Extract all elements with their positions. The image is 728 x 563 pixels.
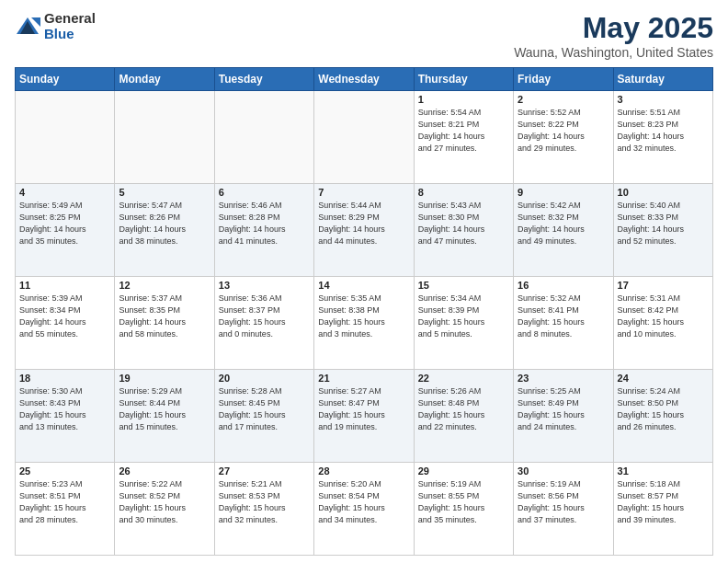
logo-text: General Blue — [44, 11, 96, 41]
day-number: 25 — [19, 465, 110, 477]
day-number: 20 — [219, 373, 310, 384]
day-info: Sunrise: 5:49 AM Sunset: 8:25 PM Dayligh… — [19, 200, 110, 247]
day-number: 23 — [518, 373, 609, 384]
title-block: May 2025 Wauna, Washington, United State… — [514, 11, 713, 60]
col-sunday: Sunday — [16, 68, 115, 91]
day-info: Sunrise: 5:24 AM Sunset: 8:50 PM Dayligh… — [618, 385, 709, 433]
table-row: 7Sunrise: 5:44 AM Sunset: 8:29 PM Daylig… — [314, 184, 414, 277]
table-row — [214, 91, 313, 184]
day-number: 26 — [119, 465, 210, 477]
logo-general-text: General — [44, 11, 96, 27]
day-info: Sunrise: 5:28 AM Sunset: 8:45 PM Dayligh… — [219, 385, 310, 433]
table-row: 30Sunrise: 5:19 AM Sunset: 8:56 PM Dayli… — [514, 463, 613, 556]
day-info: Sunrise: 5:19 AM Sunset: 8:55 PM Dayligh… — [418, 478, 509, 526]
col-wednesday: Wednesday — [314, 68, 414, 91]
table-row: 20Sunrise: 5:28 AM Sunset: 8:45 PM Dayli… — [214, 370, 313, 463]
day-info: Sunrise: 5:46 AM Sunset: 8:28 PM Dayligh… — [219, 200, 310, 247]
day-info: Sunrise: 5:42 AM Sunset: 8:32 PM Dayligh… — [518, 200, 609, 247]
day-info: Sunrise: 5:35 AM Sunset: 8:38 PM Dayligh… — [318, 293, 409, 340]
logo-blue-text: Blue — [44, 27, 96, 42]
table-row: 31Sunrise: 5:18 AM Sunset: 8:57 PM Dayli… — [613, 463, 712, 556]
main-title: May 2025 — [514, 11, 713, 45]
table-row: 18Sunrise: 5:30 AM Sunset: 8:43 PM Dayli… — [16, 370, 115, 463]
day-info: Sunrise: 5:25 AM Sunset: 8:49 PM Dayligh… — [518, 385, 609, 433]
day-info: Sunrise: 5:34 AM Sunset: 8:39 PM Dayligh… — [418, 293, 509, 340]
table-row: 3Sunrise: 5:51 AM Sunset: 8:23 PM Daylig… — [613, 91, 712, 184]
day-info: Sunrise: 5:52 AM Sunset: 8:22 PM Dayligh… — [518, 107, 609, 155]
table-row: 5Sunrise: 5:47 AM Sunset: 8:26 PM Daylig… — [115, 184, 214, 277]
day-number: 15 — [418, 280, 509, 291]
day-info: Sunrise: 5:18 AM Sunset: 8:57 PM Dayligh… — [618, 478, 709, 526]
table-row: 23Sunrise: 5:25 AM Sunset: 8:49 PM Dayli… — [514, 370, 613, 463]
table-row: 19Sunrise: 5:29 AM Sunset: 8:44 PM Dayli… — [115, 370, 214, 463]
table-row: 22Sunrise: 5:26 AM Sunset: 8:48 PM Dayli… — [414, 370, 513, 463]
day-number: 10 — [618, 187, 709, 198]
table-row: 15Sunrise: 5:34 AM Sunset: 8:39 PM Dayli… — [414, 277, 513, 370]
day-info: Sunrise: 5:39 AM Sunset: 8:34 PM Dayligh… — [19, 293, 110, 340]
day-info: Sunrise: 5:29 AM Sunset: 8:44 PM Dayligh… — [119, 385, 210, 433]
table-row: 14Sunrise: 5:35 AM Sunset: 8:38 PM Dayli… — [314, 277, 414, 370]
table-row: 24Sunrise: 5:24 AM Sunset: 8:50 PM Dayli… — [613, 370, 712, 463]
day-number: 4 — [19, 187, 110, 198]
day-number: 31 — [618, 465, 709, 477]
table-row: 4Sunrise: 5:49 AM Sunset: 8:25 PM Daylig… — [16, 184, 115, 277]
calendar-week-row: 25Sunrise: 5:23 AM Sunset: 8:51 PM Dayli… — [16, 463, 713, 556]
day-number: 11 — [19, 280, 110, 291]
day-number: 12 — [119, 280, 210, 291]
day-number: 14 — [318, 280, 409, 291]
table-row: 10Sunrise: 5:40 AM Sunset: 8:33 PM Dayli… — [613, 184, 712, 277]
day-number: 18 — [19, 373, 110, 384]
table-row — [115, 91, 214, 184]
day-info: Sunrise: 5:26 AM Sunset: 8:48 PM Dayligh… — [418, 385, 509, 433]
table-row: 25Sunrise: 5:23 AM Sunset: 8:51 PM Dayli… — [16, 463, 115, 556]
table-row: 26Sunrise: 5:22 AM Sunset: 8:52 PM Dayli… — [115, 463, 214, 556]
day-number: 30 — [518, 465, 609, 477]
table-row: 2Sunrise: 5:52 AM Sunset: 8:22 PM Daylig… — [514, 91, 613, 184]
subtitle: Wauna, Washington, United States — [514, 45, 713, 60]
day-info: Sunrise: 5:36 AM Sunset: 8:37 PM Dayligh… — [219, 293, 310, 340]
day-number: 9 — [518, 187, 609, 198]
calendar-week-row: 1Sunrise: 5:54 AM Sunset: 8:21 PM Daylig… — [16, 91, 713, 184]
day-number: 21 — [318, 373, 409, 384]
day-number: 28 — [318, 465, 409, 477]
day-info: Sunrise: 5:51 AM Sunset: 8:23 PM Dayligh… — [618, 107, 709, 155]
day-info: Sunrise: 5:27 AM Sunset: 8:47 PM Dayligh… — [318, 385, 409, 433]
col-thursday: Thursday — [414, 68, 513, 91]
day-number: 2 — [518, 94, 609, 105]
day-info: Sunrise: 5:44 AM Sunset: 8:29 PM Dayligh… — [318, 200, 409, 247]
table-row: 11Sunrise: 5:39 AM Sunset: 8:34 PM Dayli… — [16, 277, 115, 370]
day-info: Sunrise: 5:23 AM Sunset: 8:51 PM Dayligh… — [19, 478, 110, 526]
day-info: Sunrise: 5:19 AM Sunset: 8:56 PM Dayligh… — [518, 478, 609, 526]
table-row: 12Sunrise: 5:37 AM Sunset: 8:35 PM Dayli… — [115, 277, 214, 370]
day-number: 27 — [219, 465, 310, 477]
day-number: 16 — [518, 280, 609, 291]
day-info: Sunrise: 5:47 AM Sunset: 8:26 PM Dayligh… — [119, 200, 210, 247]
day-info: Sunrise: 5:30 AM Sunset: 8:43 PM Dayligh… — [19, 385, 110, 433]
day-info: Sunrise: 5:40 AM Sunset: 8:33 PM Dayligh… — [618, 200, 709, 247]
logo: General Blue — [15, 11, 96, 41]
day-number: 3 — [618, 94, 709, 105]
col-tuesday: Tuesday — [214, 68, 313, 91]
day-number: 17 — [618, 280, 709, 291]
page: General Blue May 2025 Wauna, Washington,… — [0, 0, 728, 563]
day-info: Sunrise: 5:22 AM Sunset: 8:52 PM Dayligh… — [119, 478, 210, 526]
day-info: Sunrise: 5:21 AM Sunset: 8:53 PM Dayligh… — [219, 478, 310, 526]
day-number: 8 — [418, 187, 509, 198]
col-saturday: Saturday — [613, 68, 712, 91]
day-number: 22 — [418, 373, 509, 384]
table-row: 16Sunrise: 5:32 AM Sunset: 8:41 PM Dayli… — [514, 277, 613, 370]
table-row: 29Sunrise: 5:19 AM Sunset: 8:55 PM Dayli… — [414, 463, 513, 556]
day-number: 24 — [618, 373, 709, 384]
table-row: 17Sunrise: 5:31 AM Sunset: 8:42 PM Dayli… — [613, 277, 712, 370]
table-row: 27Sunrise: 5:21 AM Sunset: 8:53 PM Dayli… — [214, 463, 313, 556]
calendar-week-row: 11Sunrise: 5:39 AM Sunset: 8:34 PM Dayli… — [16, 277, 713, 370]
table-row: 28Sunrise: 5:20 AM Sunset: 8:54 PM Dayli… — [314, 463, 414, 556]
day-info: Sunrise: 5:31 AM Sunset: 8:42 PM Dayligh… — [618, 293, 709, 340]
calendar-header-row: Sunday Monday Tuesday Wednesday Thursday… — [16, 68, 713, 91]
calendar-table: Sunday Monday Tuesday Wednesday Thursday… — [15, 67, 713, 556]
table-row: 13Sunrise: 5:36 AM Sunset: 8:37 PM Dayli… — [214, 277, 313, 370]
col-friday: Friday — [514, 68, 613, 91]
table-row: 21Sunrise: 5:27 AM Sunset: 8:47 PM Dayli… — [314, 370, 414, 463]
table-row — [16, 91, 115, 184]
table-row — [314, 91, 414, 184]
